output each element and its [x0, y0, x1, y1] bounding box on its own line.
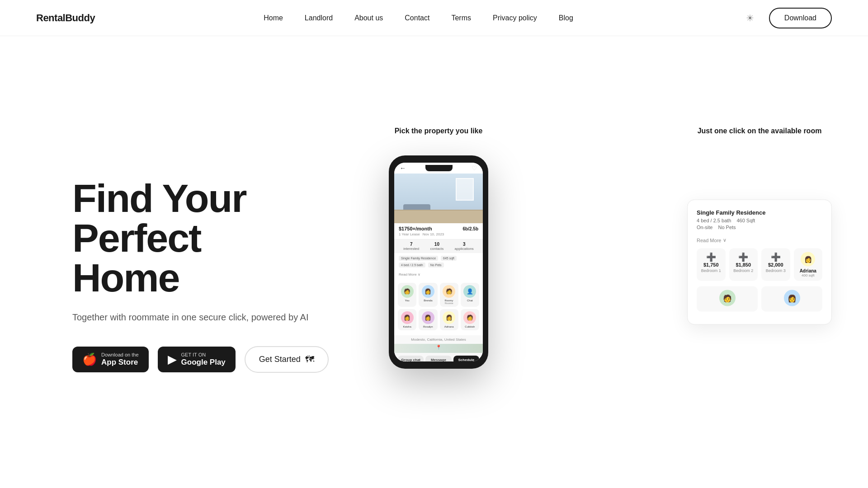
phone-info-sqft: 645 sqft: [441, 256, 457, 261]
schedule-button[interactable]: Schedule: [453, 356, 479, 361]
avatar-role-2: Roomie: [441, 302, 457, 305]
googleplay-button[interactable]: ▶ GET IT ON Google Play: [158, 347, 236, 373]
avatar-circle-7: 🧑: [463, 311, 476, 324]
nav-link-home[interactable]: Home: [264, 14, 283, 22]
plus-add-icon-0: ➕: [706, 253, 716, 262]
avatar-name-3: Chat: [462, 299, 478, 302]
panel-room-card-0[interactable]: ➕ $1,750 Bedroom 1: [697, 249, 726, 281]
phone-interested-label: interested: [403, 247, 419, 251]
avatar-card-1[interactable]: 👩 Brenda: [419, 283, 437, 307]
panel-person-role-3: 400 sqft: [797, 273, 820, 277]
panel-room-card-1[interactable]: ➕ $1,850 Bedroom 2: [729, 249, 758, 281]
nav-link-about[interactable]: About us: [354, 14, 383, 22]
nav-link-blog[interactable]: Blog: [559, 14, 573, 22]
avatar-name-1: Brenda: [420, 299, 436, 302]
panel-room-label-1: Bedroom 2: [732, 268, 755, 273]
panel-room-card-3[interactable]: 👩 Adriana 400 sqft: [794, 249, 823, 281]
phone-avatar-grid-1: 🧑 You 👩 Brenda 🧑 Roomy Roomie: [398, 283, 479, 307]
phone-info-row-1: Single Family Residence 645 sqft: [399, 256, 478, 261]
panel-person-name-3: Adriana: [797, 268, 820, 273]
panel-room-card-2[interactable]: ➕ $2,000 Bedroom 3: [761, 249, 790, 281]
brand-logo[interactable]: RentalBuddy: [36, 12, 95, 24]
avatar-name-4: Keisha: [399, 325, 415, 328]
get-started-button[interactable]: Get Started 🗺: [245, 346, 329, 373]
phone-avatar-grid-2: 👩 Keisha 👩 Rosalyn 👩 Adriana 🧑: [398, 309, 479, 330]
message-button[interactable]: Message: [425, 356, 451, 361]
avatar-name-6: Adriana: [441, 325, 457, 328]
apple-icon: 🍎: [82, 353, 97, 365]
plus-add-icon-1: ➕: [738, 253, 748, 262]
plus-add-icon-2: ➕: [771, 253, 781, 262]
phone-stat-contacts: 10 contacts: [430, 242, 444, 251]
phone-map-bar: 📍: [394, 344, 483, 353]
avatar-circle-1: 👩: [422, 285, 434, 298]
avatar-circle-3: 👤: [463, 285, 476, 298]
chevron-down-icon: ∨: [723, 237, 726, 243]
google-play-icon: ▶: [168, 353, 177, 365]
hero-right: Pick the property you like ← ♡: [362, 104, 832, 420]
avatar-card-5[interactable]: 👩 Rosalyn: [419, 309, 437, 330]
avatar-card-6[interactable]: 👩 Adriana: [440, 309, 458, 330]
panel-room-label-2: Bedroom 3: [764, 268, 788, 273]
panel-user-card-1[interactable]: 👩: [761, 286, 822, 312]
avatar-name-5: Rosalyn: [420, 325, 436, 328]
phone-heart-icon[interactable]: ♡: [472, 164, 477, 172]
panel-room-grid: ➕ $1,750 Bedroom 1 ➕ $1,850 Bedroom 2 ➕ …: [697, 249, 822, 281]
panel-user-avatar-0: 🧑: [719, 290, 736, 306]
appstore-large-text: App Store: [101, 358, 138, 367]
map-pin-icon: 📍: [436, 345, 441, 350]
nav-links: Home Landlord About us Contact Terms Pri…: [264, 14, 573, 22]
panel-read-more[interactable]: Read More ∨: [697, 237, 822, 243]
panel-user-card-0[interactable]: 🧑: [697, 286, 758, 312]
panel-property-name: Single Family Residence: [697, 209, 822, 216]
click-panel: Single Family Residence 4 bed / 2.5 bath…: [687, 200, 832, 325]
nav-link-contact[interactable]: Contact: [405, 14, 429, 22]
avatar-circle-5: 👩: [422, 311, 434, 324]
group-chat-button[interactable]: Group chat: [398, 356, 424, 361]
room-floor: [394, 210, 483, 223]
phone-avatars: 🧑 You 👩 Brenda 🧑 Roomy Roomie: [394, 280, 483, 335]
hero-subtitle: Together with roommate in one secure cli…: [72, 312, 362, 323]
room-window: [456, 178, 474, 201]
panel-detail-parking: On-site: [697, 225, 712, 230]
map-icon: 🗺: [305, 354, 314, 365]
phone-back-arrow[interactable]: ←: [400, 164, 406, 172]
avatar-name-0: You: [399, 299, 415, 302]
panel-user-avatar-1: 👩: [784, 290, 800, 306]
hero-section: Find Your Perfect Home Together with roo…: [0, 36, 868, 470]
phone-read-more[interactable]: Read More ∨: [399, 272, 420, 277]
nav-right: ☀ Download: [742, 8, 832, 28]
appstore-small-text: Download on the: [101, 352, 139, 358]
avatar-name-7: Cubbish: [462, 325, 478, 328]
panel-room-price-0: $1,750: [699, 262, 723, 267]
navbar: RentalBuddy Home Landlord About us Conta…: [0, 0, 868, 36]
nav-link-terms[interactable]: Terms: [451, 14, 471, 22]
nav-link-privacy[interactable]: Privacy policy: [493, 14, 537, 22]
phone-info-beds: 4 bed / 2.5 bath: [399, 263, 425, 267]
avatar-card-3[interactable]: 👤 Chat: [461, 283, 479, 307]
avatar-card-0[interactable]: 🧑 You: [398, 283, 416, 307]
phone-date: Nov 10, 2023: [423, 232, 444, 236]
panel-user-grid: 🧑 👩: [697, 286, 822, 312]
phone-location: Modesto, California, United States: [394, 335, 483, 344]
avatar-card-7[interactable]: 🧑 Cubbish: [461, 309, 479, 330]
panel-room-avatar-3: 👩: [801, 252, 815, 267]
panel-detail-pets: No Pets: [718, 225, 736, 230]
avatar-card-4[interactable]: 👩 Keisha: [398, 309, 416, 330]
get-started-label: Get Started: [259, 355, 301, 364]
nav-link-landlord[interactable]: Landlord: [305, 14, 333, 22]
panel-detail-sqft: 460 Sqft: [736, 218, 755, 223]
appstore-button[interactable]: 🍎 Download on the App Store: [72, 347, 149, 373]
panel-detail-row-2: On-site No Pets: [697, 225, 822, 230]
phone-stat-applications: 3 applications: [455, 242, 474, 251]
phone-info-pets: No Pets: [428, 263, 444, 267]
panel-detail-beds: 4 bed / 2.5 bath: [697, 218, 731, 223]
download-button[interactable]: Download: [769, 8, 832, 28]
click-section-label: Just one click on the available room: [687, 127, 832, 135]
phone-info-section: Single Family Residence 645 sqft 4 bed /…: [394, 253, 483, 280]
phone-section-label: Pick the property you like: [389, 127, 488, 135]
avatar-circle-0: 🧑: [401, 285, 414, 298]
avatar-card-2[interactable]: 🧑 Roomy Roomie: [440, 283, 458, 307]
phone-info-row-2: 4 bed / 2.5 bath No Pets: [399, 263, 478, 267]
theme-toggle-button[interactable]: ☀: [742, 10, 758, 26]
